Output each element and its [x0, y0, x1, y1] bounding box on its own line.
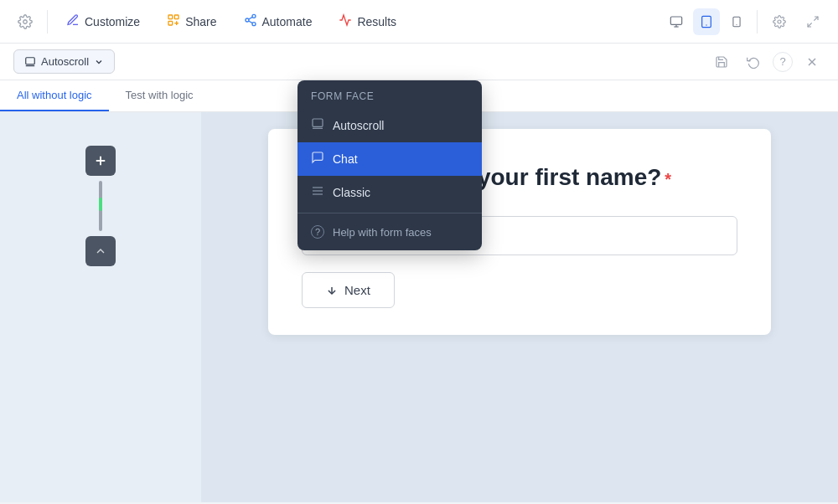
svg-line-18	[808, 23, 812, 27]
dropdown-item-chat-label: Chat	[333, 152, 358, 166]
autoscroll-label: Autoscroll	[41, 55, 89, 68]
svg-rect-12	[702, 16, 711, 27]
svg-rect-26	[313, 119, 323, 126]
required-indicator: *	[665, 170, 671, 188]
toolbar: Autoscroll ?	[0, 44, 838, 80]
next-button-label: Next	[344, 283, 370, 297]
autoscroll-button[interactable]: Autoscroll	[13, 49, 115, 74]
help-form-face-icon: ?	[311, 225, 324, 239]
svg-point-4	[252, 14, 256, 18]
dropdown-item-classic-label: Classic	[333, 186, 370, 199]
nav-arrows-button[interactable]	[85, 236, 116, 266]
dropdown-divider	[297, 213, 482, 213]
content-area: To start, what's your first name?* Next	[201, 112, 838, 502]
gear-icon[interactable]	[10, 7, 40, 37]
svg-line-8	[248, 17, 252, 19]
tab-share-label: Share	[185, 15, 216, 28]
results-icon	[339, 13, 352, 30]
device-switcher	[663, 7, 828, 37]
settings-icon[interactable]	[764, 7, 794, 37]
tab-without-logic[interactable]: All without logic	[0, 80, 109, 111]
svg-point-0	[23, 19, 28, 23]
dropdown-item-chat[interactable]: Chat	[297, 142, 482, 176]
chat-item-icon	[311, 151, 324, 167]
automate-icon	[244, 13, 257, 30]
share-icon	[167, 13, 180, 30]
tab-results[interactable]: Results	[327, 8, 408, 35]
svg-rect-2	[174, 15, 178, 19]
side-controls	[85, 146, 116, 266]
tab-customize[interactable]: Customize	[54, 8, 152, 35]
svg-point-5	[246, 18, 249, 22]
scroll-slider-thumb[interactable]	[99, 198, 102, 211]
desktop-view-button[interactable]	[663, 8, 690, 35]
autoscroll-item-icon	[311, 117, 324, 134]
tab-test-logic[interactable]: Test with logic	[109, 80, 210, 111]
tab-automate[interactable]: Automate	[232, 8, 324, 35]
dropdown-item-autoscroll-label: Autoscroll	[333, 119, 384, 132]
dropdown-item-classic[interactable]: Classic	[297, 176, 482, 209]
svg-rect-19	[26, 57, 35, 64]
dropdown-help-label: Help with form faces	[333, 226, 432, 239]
save-icon[interactable]	[709, 49, 734, 75]
svg-line-7	[248, 21, 252, 23]
scroll-slider-track[interactable]	[99, 181, 102, 231]
tab-share[interactable]: Share	[155, 8, 228, 35]
tab-without-logic-label: All without logic	[17, 89, 92, 101]
expand-icon[interactable]	[798, 7, 828, 37]
tablet-view-button[interactable]	[693, 8, 720, 35]
left-panel	[0, 112, 201, 502]
classic-item-icon	[311, 184, 324, 201]
svg-rect-3	[168, 21, 173, 25]
svg-rect-1	[168, 15, 173, 19]
form-face-dropdown: Form face Autoscroll Chat Classic ? Help…	[297, 80, 482, 250]
svg-line-17	[814, 17, 818, 21]
svg-rect-9	[670, 17, 681, 24]
dropdown-help-item[interactable]: ? Help with form faces	[297, 217, 482, 250]
help-icon[interactable]: ?	[773, 52, 793, 72]
tab-test-logic-label: Test with logic	[126, 89, 194, 101]
tab-customize-label: Customize	[85, 15, 140, 28]
close-icon[interactable]	[799, 49, 825, 75]
add-block-button[interactable]	[85, 146, 116, 176]
next-button[interactable]: Next	[302, 272, 395, 308]
undo-icon[interactable]	[741, 49, 766, 75]
svg-point-6	[252, 22, 256, 25]
tab-results-label: Results	[357, 15, 396, 28]
customize-icon	[66, 13, 80, 30]
toolbar-right: ?	[709, 49, 825, 75]
svg-point-16	[778, 20, 781, 23]
dropdown-header: Form face	[297, 80, 482, 109]
mobile-view-button[interactable]	[723, 8, 750, 35]
top-nav: Customize Share Automate Results	[0, 0, 838, 44]
nav-divider	[47, 10, 48, 33]
dropdown-item-autoscroll[interactable]: Autoscroll	[297, 109, 482, 142]
tab-automate-label: Automate	[262, 15, 313, 28]
